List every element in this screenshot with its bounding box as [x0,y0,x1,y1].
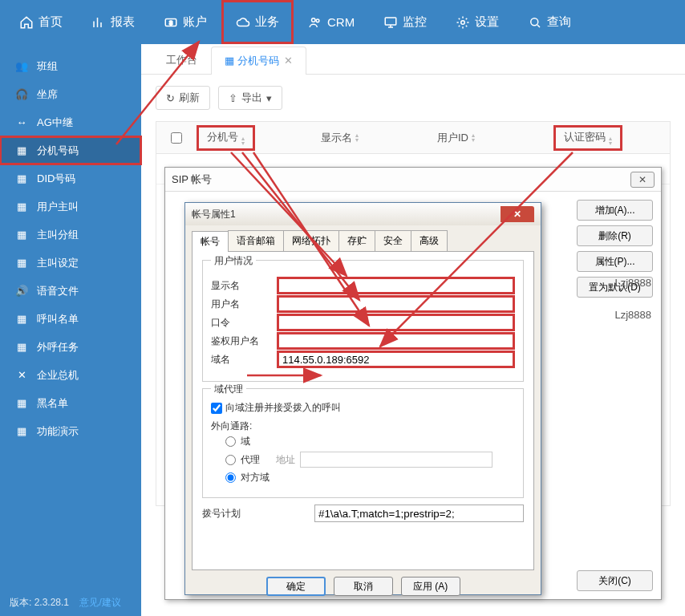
delete-button[interactable]: 删除(R) [577,225,653,246]
dialog-tab-0[interactable]: 帐号 [192,231,229,252]
refresh-icon: ↻ [166,92,175,104]
sidebar-item-7[interactable]: ▦主叫设定 [0,249,141,277]
sidebar-label: 用户主叫 [37,200,79,214]
refresh-button[interactable]: ↻刷新 [156,86,210,110]
sidebar-item-3[interactable]: ▦分机号码 [0,136,141,164]
apply-button[interactable]: 应用 (A) [401,577,460,596]
sidebar-item-10[interactable]: ▦外呼任务 [0,333,141,361]
sidebar-item-1[interactable]: 🎧坐席 [0,80,141,108]
sidebar-item-8[interactable]: 🔊语音文件 [0,277,141,305]
list-item[interactable]: Lzj8888 [614,266,651,298]
account-properties-dialog: 帐号属性1 ✕ 帐号语音邮箱网络拓扑存贮安全高级 用户情况 显示名 用户名 口令… [184,202,541,595]
dialog-tab-2[interactable]: 网络拓扑 [283,230,339,251]
register-checkbox[interactable] [211,403,222,414]
radio-target[interactable] [225,472,236,483]
export-button[interactable]: ⇧导出▾ [218,86,282,110]
add-button[interactable]: 增加(A)... [577,200,653,221]
sort-icon: ▴▾ [609,136,612,146]
sidebar-item-2[interactable]: ↔AG中继 [0,108,141,136]
dialog-tab-1[interactable]: 语音邮箱 [228,230,284,251]
home-icon [19,15,34,30]
dialog-tab-5[interactable]: 高级 [411,230,448,251]
sort-icon: ▴▾ [355,133,359,143]
svg-rect-4 [385,18,396,25]
gear-icon [456,15,470,30]
topnav-home[interactable]: 首页 [5,0,77,44]
topnav-search[interactable]: 查询 [513,0,586,44]
topnav-label: 报表 [111,14,135,30]
sidebar-item-13[interactable]: ▦功能演示 [0,417,141,445]
panel-titlebar: SIP 帐号 ✕ [165,168,661,192]
sidebar-icon: 🎧 [14,88,29,100]
radio-proxy[interactable] [225,455,236,465]
sidebar-label: 语音文件 [37,284,79,298]
svg-point-2 [312,18,316,22]
topnav-chart[interactable]: 报表 [77,0,149,44]
ok-button[interactable]: 确定 [266,577,326,596]
dialog-tab-4[interactable]: 安全 [375,230,411,251]
auth-username-input[interactable] [277,332,515,350]
topnav-money[interactable]: $账户 [149,0,221,44]
sidebar-icon: ▦ [14,257,29,269]
sidebar-item-0[interactable]: 👥班组 [0,52,141,80]
sidebar-icon: ▦ [14,144,29,156]
sidebar-item-9[interactable]: ▦呼叫名单 [0,305,141,333]
topnav-gear[interactable]: 设置 [441,0,513,44]
money-icon: $ [164,15,178,30]
sidebar-item-4[interactable]: ▦DID号码 [0,164,141,192]
display-name-input[interactable] [277,277,515,294]
close-icon[interactable]: ✕ [284,55,293,67]
list-item[interactable]: Lzj8888 [614,298,651,330]
topnav-label: 业务 [255,14,279,30]
panel-side-buttons: 增加(A)... 删除(R) 属性(P)... 置为默认(D) 关闭(C) [577,200,653,591]
col-userid[interactable]: 用户ID ▴▾ [437,131,553,145]
feedback-link[interactable]: 意见/建议 [79,597,120,608]
svg-point-6 [531,18,538,25]
sidebar-icon: ✕ [14,369,29,381]
sidebar-label: 分机号码 [37,144,79,158]
col-display[interactable]: 显示名 ▴▾ [321,131,437,145]
tab-1[interactable]: ▦分机号码✕ [211,47,306,75]
sidebar-item-11[interactable]: ✕企业总机 [0,361,141,389]
radio-proxy-label: 代理 [241,453,260,467]
sidebar-item-12[interactable]: ▦黑名单 [0,389,141,417]
sidebar-item-6[interactable]: ▦主叫分组 [0,221,141,249]
sidebar-icon: ▦ [14,313,29,325]
sidebar-label: 主叫设定 [37,256,79,270]
sidebar-icon: ↔ [14,116,29,128]
topnav-cloud[interactable]: 业务 [221,0,294,44]
topnav-monitor[interactable]: 监控 [369,0,441,44]
close-button[interactable]: 关闭(C) [577,570,653,591]
username-input[interactable] [277,295,515,313]
proxy-address-input[interactable] [300,452,492,468]
close-icon[interactable]: ✕ [630,172,655,188]
group-proxy-legend: 域代理 [211,383,246,396]
select-all-checkbox[interactable] [171,132,182,144]
register-label: 向域注册并接受拨入的呼叫 [225,401,341,415]
sidebar-label: 坐席 [37,87,58,102]
sidebar-label: DID号码 [37,172,75,186]
dialplan-input[interactable] [314,505,524,522]
sidebar: 👥班组🎧坐席↔AG中继▦分机号码▦DID号码▦用户主叫▦主叫分组▦主叫设定🔊语音… [0,44,141,616]
topnav-label: 查询 [547,14,571,30]
password-input[interactable] [277,314,515,331]
dialog-tab-3[interactable]: 存贮 [338,230,375,251]
dialog-titlebar[interactable]: 帐号属性1 ✕ [185,203,541,225]
col-authpass[interactable]: 认证密码 ▴▾ [553,125,622,151]
tab-0[interactable]: 工作台 [152,46,211,74]
dialog-footer: 确定 取消 应用 (A) [185,570,541,602]
radio-domain[interactable] [225,436,236,447]
tab-label: 工作台 [166,54,197,66]
sidebar-item-5[interactable]: ▦用户主叫 [0,192,141,221]
visible-user-rows: Lzj8888 Lzj8888 [614,266,651,330]
cancel-button[interactable]: 取消 [334,577,393,596]
topnav-people[interactable]: CRM [294,0,369,44]
close-icon[interactable]: ✕ [501,206,534,222]
sort-icon: ▴▾ [472,133,475,143]
chart-icon [91,15,106,30]
domain-input[interactable] [277,351,515,368]
col-ext[interactable]: 分机号 ▴▾ [197,125,255,151]
sort-icon: ▴▾ [241,136,245,146]
topnav-label: 监控 [403,14,427,30]
topnav-label: 账户 [183,14,207,30]
